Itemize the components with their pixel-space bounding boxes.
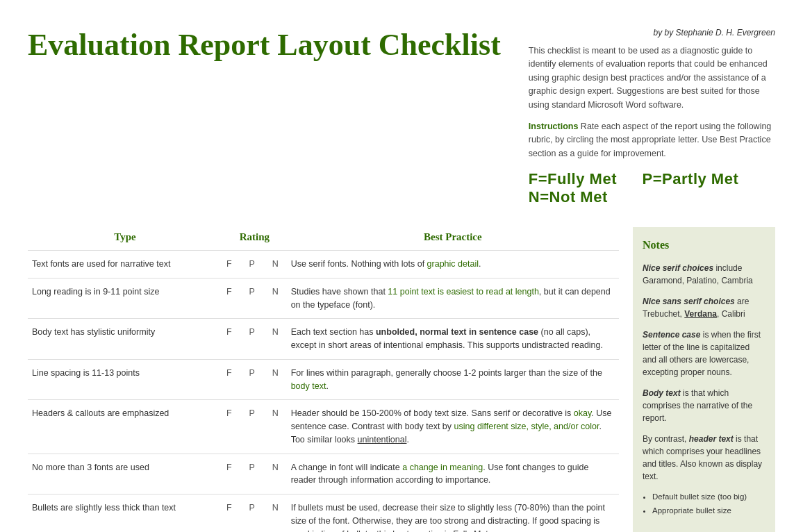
table-row: Bullets are slightly less thick than tex… <box>28 494 619 533</box>
row-7-best-practice: If bullets must be used, decrease their … <box>287 494 619 533</box>
row-7-type: Bullets are slightly less thick than tex… <box>28 494 222 533</box>
instructions-block: Instructions Rate each aspect of the rep… <box>529 120 775 160</box>
row-1-type: Text fonts are used for narrative text <box>28 251 222 279</box>
note-sentence-case: Sentence case is when the first letter o… <box>643 329 765 379</box>
row-2-rating: F P N <box>222 278 287 319</box>
bullet-item-2: Appropriate bullet size <box>652 505 765 517</box>
col-header-type: Type <box>28 227 222 251</box>
row-1-rating: F P N <box>222 251 287 279</box>
table-row: Long reading is in 9-11 point size F P N… <box>28 278 619 319</box>
row-4-best-practice: For lines within paragraph, generally ch… <box>287 359 619 400</box>
verdana-text: Verdana <box>684 309 717 319</box>
description-text: This checklist is meant to be used as a … <box>529 44 775 112</box>
note-serif-italic: Nice serif choices <box>643 263 713 273</box>
row-6-best-practice: A change in font will indicate a change … <box>287 454 619 494</box>
table-row: No more than 3 fonts are used F P N A ch… <box>28 454 619 494</box>
row-5-rating: F P N <box>222 400 287 454</box>
rubric-line: F=Fully Met P=Partly Met N=Not Met <box>529 170 775 206</box>
row-5-type: Headers & callouts are emphasized <box>28 400 222 454</box>
row-1-best-practice: Use serif fonts. Nothing with lots of gr… <box>287 251 619 279</box>
instructions-label: Instructions <box>529 122 579 131</box>
row-7-rating: F P N <box>222 494 287 533</box>
rubric-partly-met: P=Partly Met <box>643 170 739 188</box>
note-sans-serif-choices: Nice sans serif choices are Trebuchet, V… <box>643 295 765 320</box>
row-5-best-practice: Header should be 150-200% of body text s… <box>287 400 619 454</box>
page-title: Evaluation Report Layout Checklist <box>28 28 501 63</box>
right-header: by by Stephanie D. H. Evergreen This che… <box>529 21 775 206</box>
note-sans-serif-italic: Nice sans serif choices <box>643 297 735 306</box>
checklist-table: Type Rating Best Practice Text fonts are… <box>28 227 619 532</box>
note-header-text: By contrast, header text is that which c… <box>643 433 765 483</box>
table-header-row: Type Rating Best Practice <box>28 227 619 251</box>
row-2-best-practice: Studies have shown that 11 point text is… <box>287 278 619 319</box>
bullet-item-1: Default bullet size (too big) <box>652 491 765 503</box>
row-6-rating: F P N <box>222 454 287 494</box>
bullets-list: Default bullet size (too big) Appropriat… <box>652 491 765 517</box>
note-serif-choices: Nice serif choices include Garamond, Pal… <box>643 262 765 287</box>
header-section: Evaluation Report Layout Checklist by by… <box>28 21 775 206</box>
note-sentence-case-italic: Sentence case <box>643 330 700 340</box>
row-3-rating: F P N <box>222 319 287 360</box>
row-3-best-practice: Each text section has unbolded, normal t… <box>287 319 619 360</box>
content-area: Type Rating Best Practice Text fonts are… <box>28 227 775 532</box>
main-table-area: Type Rating Best Practice Text fonts are… <box>28 227 619 532</box>
row-3-type: Body text has stylistic uniformity <box>28 319 222 360</box>
table-row: Body text has stylistic uniformity F P N… <box>28 319 619 360</box>
title-column: Evaluation Report Layout Checklist <box>28 21 501 206</box>
page: Evaluation Report Layout Checklist by by… <box>0 0 803 532</box>
col-header-best-practice: Best Practice <box>287 227 619 251</box>
note-body-text: Body text is that which comprises the na… <box>643 387 765 424</box>
byline: by by Stephanie D. H. Evergreen <box>529 28 775 38</box>
row-4-rating: F P N <box>222 359 287 400</box>
note-bullets: Default bullet size (too big) Appropriat… <box>643 491 765 517</box>
col-header-rating: Rating <box>222 227 287 251</box>
note-header-text-italic: header text <box>689 434 734 444</box>
rubric-not-met: N=Not Met <box>529 188 608 206</box>
author-name: by Stephanie D. H. Evergreen <box>665 28 775 38</box>
table-row: Text fonts are used for narrative text F… <box>28 251 619 279</box>
row-4-type: Line spacing is 11-13 points <box>28 359 222 400</box>
notes-panel: Notes Nice serif choices include Garamon… <box>633 227 775 532</box>
table-row: Line spacing is 11-13 points F P N For l… <box>28 359 619 400</box>
row-6-type: No more than 3 fonts are used <box>28 454 222 494</box>
table-row: Headers & callouts are emphasized F P N … <box>28 400 619 454</box>
note-body-text-italic: Body text <box>643 388 681 398</box>
notes-title: Notes <box>643 237 765 253</box>
row-2-type: Long reading is in 9-11 point size <box>28 278 222 319</box>
rubric-fully-met: F=Fully Met <box>529 170 617 188</box>
